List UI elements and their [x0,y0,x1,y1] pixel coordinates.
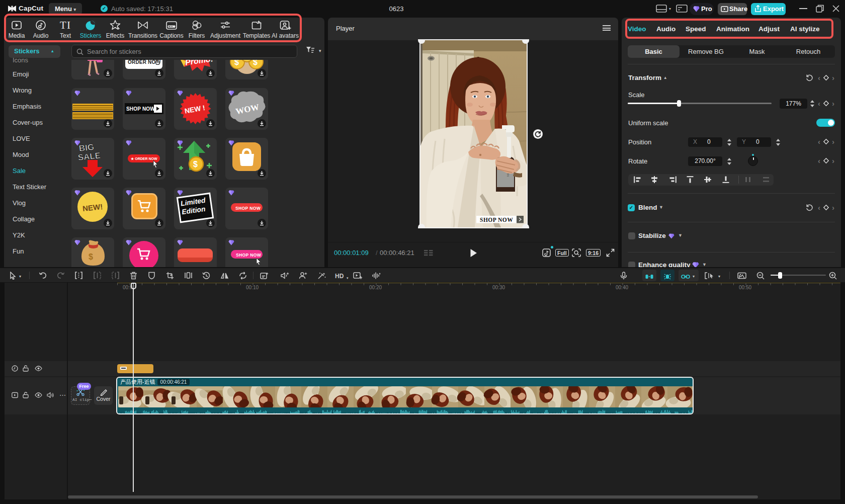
svg-text:$: $ [193,160,198,169]
svg-text:$: $ [253,60,258,66]
svg-text:SHOP NOW: SHOP NOW [480,217,513,223]
svg-text:$: $ [89,253,93,261]
svg-text:$: $ [234,60,239,66]
